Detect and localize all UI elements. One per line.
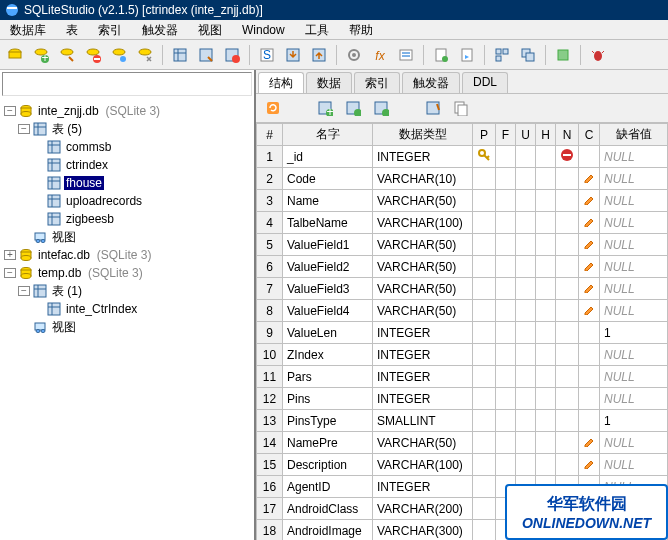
cell-h[interactable]: [536, 146, 556, 168]
column-row[interactable]: 2 Code VARCHAR(10) NULL: [257, 168, 668, 190]
settings-icon[interactable]: [343, 44, 365, 66]
cell-h[interactable]: [536, 410, 556, 432]
cell-notnull[interactable]: [556, 322, 579, 344]
column-row[interactable]: 11 Pars INTEGER NULL: [257, 366, 668, 388]
cell-fk[interactable]: [496, 256, 516, 278]
column-row[interactable]: 6 ValueField2 VARCHAR(50) NULL: [257, 256, 668, 278]
tree-twisty-icon[interactable]: −: [4, 106, 16, 116]
cell-name[interactable]: NamePre: [283, 432, 373, 454]
tree-table-node[interactable]: commsb: [4, 138, 250, 156]
cell-type[interactable]: VARCHAR(10): [373, 168, 473, 190]
cell-default[interactable]: NULL: [600, 344, 668, 366]
cell-pk[interactable]: [473, 278, 496, 300]
cell-h[interactable]: [536, 388, 556, 410]
delete-column-icon[interactable]: [370, 97, 392, 119]
db-link-icon[interactable]: [108, 44, 130, 66]
cell-h[interactable]: [536, 190, 556, 212]
cell-fk[interactable]: [496, 410, 516, 432]
cell-pk[interactable]: [473, 498, 496, 520]
cell-pk[interactable]: [473, 322, 496, 344]
cell-default[interactable]: NULL: [600, 366, 668, 388]
col-header-fk[interactable]: F: [496, 124, 516, 146]
cell-pk[interactable]: [473, 234, 496, 256]
tiles-icon[interactable]: [491, 44, 513, 66]
cell-collate[interactable]: [579, 212, 600, 234]
cell-h[interactable]: [536, 300, 556, 322]
menu-table[interactable]: 表: [56, 20, 88, 39]
cell-fk[interactable]: [496, 344, 516, 366]
cell-type[interactable]: INTEGER: [373, 366, 473, 388]
run-icon[interactable]: [456, 44, 478, 66]
cell-h[interactable]: [536, 212, 556, 234]
cell-type[interactable]: VARCHAR(50): [373, 190, 473, 212]
cell-default[interactable]: NULL: [600, 300, 668, 322]
tree-search-input[interactable]: [2, 72, 252, 96]
cell-unique[interactable]: [516, 322, 536, 344]
cell-fk[interactable]: [496, 454, 516, 476]
bug-icon[interactable]: [587, 44, 609, 66]
tab-structure[interactable]: 结构: [258, 72, 304, 93]
tree-table-node[interactable]: uploadrecords: [4, 192, 250, 210]
cell-type[interactable]: VARCHAR(50): [373, 300, 473, 322]
column-row[interactable]: 14 NamePre VARCHAR(50) NULL: [257, 432, 668, 454]
cell-default[interactable]: 1: [600, 410, 668, 432]
cell-fk[interactable]: [496, 212, 516, 234]
cell-notnull[interactable]: [556, 344, 579, 366]
cell-default[interactable]: NULL: [600, 168, 668, 190]
cell-h[interactable]: [536, 344, 556, 366]
cell-unique[interactable]: [516, 234, 536, 256]
cell-fk[interactable]: [496, 190, 516, 212]
menu-database[interactable]: 数据库: [0, 20, 56, 39]
cell-pk[interactable]: [473, 344, 496, 366]
db-unlink-icon[interactable]: [134, 44, 156, 66]
history-icon[interactable]: [395, 44, 417, 66]
cell-unique[interactable]: [516, 300, 536, 322]
cell-pk[interactable]: [473, 520, 496, 541]
cell-unique[interactable]: [516, 190, 536, 212]
tab-ddl[interactable]: DDL: [462, 72, 508, 93]
column-row[interactable]: 13 PinsType SMALLINT 1: [257, 410, 668, 432]
cell-notnull[interactable]: [556, 410, 579, 432]
cell-collate[interactable]: [579, 432, 600, 454]
column-row[interactable]: 3 Name VARCHAR(50) NULL: [257, 190, 668, 212]
cell-type[interactable]: INTEGER: [373, 322, 473, 344]
cell-type[interactable]: INTEGER: [373, 476, 473, 498]
cell-fk[interactable]: [496, 146, 516, 168]
cell-type[interactable]: VARCHAR(50): [373, 278, 473, 300]
cell-name[interactable]: Pars: [283, 366, 373, 388]
cell-unique[interactable]: [516, 278, 536, 300]
cell-name[interactable]: Code: [283, 168, 373, 190]
db-remove-icon[interactable]: [82, 44, 104, 66]
cell-unique[interactable]: [516, 366, 536, 388]
cell-type[interactable]: VARCHAR(200): [373, 498, 473, 520]
table-new-icon[interactable]: [169, 44, 191, 66]
cell-default[interactable]: NULL: [600, 256, 668, 278]
tree-table-node[interactable]: fhouse: [4, 174, 250, 192]
cell-collate[interactable]: [579, 168, 600, 190]
cell-h[interactable]: [536, 256, 556, 278]
sql-editor-icon[interactable]: S: [256, 44, 278, 66]
cell-h[interactable]: [536, 168, 556, 190]
tree-table-node[interactable]: ctrindex: [4, 156, 250, 174]
column-row[interactable]: 10 ZIndex INTEGER NULL: [257, 344, 668, 366]
cell-fk[interactable]: [496, 300, 516, 322]
cell-default[interactable]: NULL: [600, 432, 668, 454]
plugins-icon[interactable]: [552, 44, 574, 66]
cell-h[interactable]: [536, 234, 556, 256]
cell-default[interactable]: NULL: [600, 146, 668, 168]
cell-default[interactable]: NULL: [600, 234, 668, 256]
tree-db-node[interactable]: −inte_znjj.db (SQLite 3): [4, 102, 250, 120]
column-row[interactable]: 5 ValueField1 VARCHAR(50) NULL: [257, 234, 668, 256]
cell-pk[interactable]: [473, 212, 496, 234]
col-header-collate[interactable]: C: [579, 124, 600, 146]
cell-pk[interactable]: [473, 476, 496, 498]
cell-notnull[interactable]: [556, 190, 579, 212]
cell-unique[interactable]: [516, 410, 536, 432]
copy-ddl-icon[interactable]: [450, 97, 472, 119]
cell-fk[interactable]: [496, 234, 516, 256]
cell-pk[interactable]: [473, 454, 496, 476]
cell-default[interactable]: NULL: [600, 278, 668, 300]
db-edit-icon[interactable]: [56, 44, 78, 66]
cell-collate[interactable]: [579, 322, 600, 344]
cell-pk[interactable]: [473, 432, 496, 454]
